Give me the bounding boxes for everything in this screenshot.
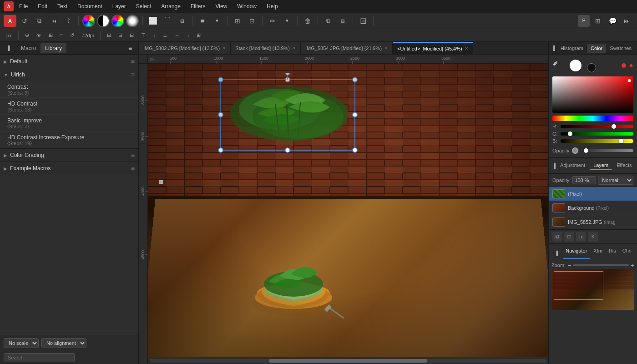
app-icon-btn[interactable]: A xyxy=(4,15,16,27)
dropper-icon[interactable]: ✒ xyxy=(550,57,561,69)
grid-btn[interactable]: ⊟ xyxy=(246,15,258,27)
opacity-input[interactable] xyxy=(572,176,596,184)
menu-help[interactable]: Help xyxy=(262,1,283,11)
menu-file[interactable]: File xyxy=(15,1,32,11)
align-top[interactable]: ⊤ xyxy=(138,31,148,39)
opacity-circle[interactable] xyxy=(572,147,578,154)
brush-btn[interactable]: ✏ xyxy=(266,15,279,27)
tab-histogram[interactable]: Histogram xyxy=(557,44,587,53)
group-example-macros[interactable]: ▶ Example Macros ≡ xyxy=(0,162,138,175)
gap-h[interactable]: ⊞ xyxy=(194,31,203,39)
search-input[interactable] xyxy=(4,353,75,362)
chat-btn[interactable]: 💬 xyxy=(606,15,619,27)
group-ulrich[interactable]: ▼ Ulrich ≡ xyxy=(0,68,138,81)
dropdown-btn[interactable]: ▼ xyxy=(211,15,223,27)
red-swatch[interactable]: ● xyxy=(629,61,633,70)
window-btn[interactable]: ⊞ xyxy=(592,15,604,27)
color-spectrum[interactable] xyxy=(552,116,633,121)
b-thumb[interactable] xyxy=(619,139,623,143)
menu-filters[interactable]: Filters xyxy=(186,1,210,11)
tab-layers[interactable]: Layers xyxy=(590,161,612,170)
ctx-icon2[interactable]: 👁 xyxy=(34,32,44,39)
group-color-grading[interactable]: ▶ Color Grading ≡ xyxy=(0,148,138,162)
tab-img5882[interactable]: IMG_5882.JPG [Modified] (13.5%) × xyxy=(139,42,231,55)
group-example-macros-menu[interactable]: ≡ xyxy=(131,165,135,172)
menu-window[interactable]: Window xyxy=(233,1,261,11)
ctx-icon5[interactable]: ↺ xyxy=(67,31,77,39)
tab-stack-close[interactable]: × xyxy=(293,46,296,51)
tab-macro[interactable]: Macro xyxy=(16,43,40,53)
menu-view[interactable]: View xyxy=(211,1,232,11)
group-ulrich-menu[interactable]: ≡ xyxy=(131,71,135,78)
brush-dropdown[interactable]: ▼ xyxy=(281,15,293,27)
scale-select[interactable]: No scale xyxy=(4,338,39,348)
right-panel-collapse[interactable]: ▐ xyxy=(551,42,556,54)
layers-mask-btn[interactable]: □ xyxy=(564,232,574,242)
layers-fx-btn[interactable]: fx xyxy=(576,232,586,242)
menu-text[interactable]: Text xyxy=(53,1,72,11)
macro-hd-contrast[interactable]: HD Contrast {Steps: 13} xyxy=(0,98,138,115)
tab-effects[interactable]: Effects xyxy=(613,161,635,170)
share-btn[interactable]: ⤴ xyxy=(62,15,75,27)
tab-chn[interactable]: Chn xyxy=(620,247,634,259)
color-wheel-btn[interactable] xyxy=(82,15,95,27)
macro-basic-improve[interactable]: Basic Improve {Steps: 7} xyxy=(0,115,138,131)
forward-btn[interactable]: ⏭ xyxy=(621,15,633,27)
tab-img5882-close[interactable]: × xyxy=(222,46,226,51)
menu-select[interactable]: Select xyxy=(131,1,156,11)
opacity-slider[interactable] xyxy=(581,149,633,152)
macro-contrast[interactable]: Contrast {Steps: 9} xyxy=(0,81,138,98)
export-btn[interactable]: ⊟ xyxy=(357,15,369,27)
layer-pixel[interactable]: (Pixel) xyxy=(549,187,637,201)
canvas-inner[interactable] xyxy=(148,64,548,357)
rect-select-btn[interactable]: ⬜ xyxy=(147,15,159,27)
zoom-slider[interactable] xyxy=(573,264,628,266)
ctx-icon4[interactable]: □ xyxy=(57,32,66,39)
ctx-icon3[interactable]: ⊞ xyxy=(46,31,56,39)
menu-arrange[interactable]: Arrange xyxy=(157,1,185,11)
color-gradient-picker[interactable] xyxy=(552,76,633,113)
macro-hd-exposure[interactable]: HD Contrast Increase Exposure {Steps: 19… xyxy=(0,131,138,148)
tab-img5854-close[interactable]: × xyxy=(384,46,388,51)
r-slider[interactable] xyxy=(561,125,633,128)
foreground-color[interactable] xyxy=(570,60,581,71)
layer-background[interactable]: Background (Pixel) xyxy=(549,201,637,215)
tab-his[interactable]: His xyxy=(606,247,619,259)
ctx-icon1[interactable]: ⊕ xyxy=(22,31,32,39)
layers-collapse-btn[interactable]: ▐ xyxy=(552,160,556,172)
group-color-grading-menu[interactable]: ≡ xyxy=(131,152,135,159)
rect-tool-btn[interactable]: ■ xyxy=(196,15,209,27)
tab-xfm[interactable]: Xfm xyxy=(591,247,605,259)
align-right[interactable]: ⊟ xyxy=(127,31,136,39)
group-default[interactable]: ▶ Default ≡ xyxy=(0,55,138,68)
hue-btn[interactable] xyxy=(111,15,124,27)
tab-untitled[interactable]: <Untitled> [Modified] (45.4%) × xyxy=(393,42,473,55)
copy-btn[interactable]: ⧉ xyxy=(322,15,334,27)
tab-adjustment[interactable]: Adjustment xyxy=(556,161,589,170)
trash-btn[interactable]: 🗑 xyxy=(301,15,314,27)
opacity-thumb[interactable] xyxy=(584,148,588,153)
navigator-thumbnail[interactable] xyxy=(551,269,634,310)
tab-color[interactable]: Color xyxy=(587,44,606,53)
layer-img5852[interactable]: IMG_5852.JPG (Imag xyxy=(549,215,637,229)
blend-mode-select[interactable]: Normal xyxy=(598,176,633,185)
menu-document[interactable]: Document xyxy=(73,1,107,11)
scrollbar-track[interactable] xyxy=(150,359,546,363)
tab-untitled-close[interactable]: × xyxy=(465,46,468,51)
refresh-btn[interactable]: ↺ xyxy=(18,15,31,27)
paste-btn[interactable]: ⧈ xyxy=(336,15,349,27)
stack-btn[interactable]: ⧉ xyxy=(33,15,46,27)
align-center[interactable]: ⊟ xyxy=(116,31,125,39)
r-thumb[interactable] xyxy=(612,124,616,129)
horizontal-scrollbar[interactable] xyxy=(148,357,548,364)
lasso-btn[interactable]: ⌒ xyxy=(161,15,174,27)
tab-swatches[interactable]: Swatches xyxy=(606,44,635,53)
layers-stack-btn[interactable]: ⧉ xyxy=(552,232,562,242)
g-slider[interactable] xyxy=(561,132,633,136)
scrollbar-thumb[interactable] xyxy=(269,359,428,363)
b-slider[interactable] xyxy=(561,139,633,143)
persona-photo[interactable]: P xyxy=(578,15,590,27)
layers-delete-btn[interactable]: × xyxy=(588,232,598,242)
menu-layer[interactable]: Layer xyxy=(108,1,131,11)
panel-collapse-btn[interactable]: ▐ xyxy=(2,42,15,54)
